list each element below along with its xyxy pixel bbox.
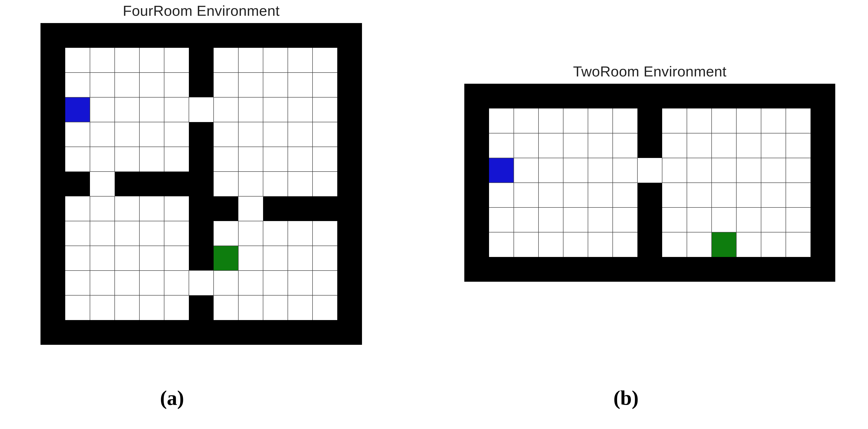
fourroom-empty-cell xyxy=(90,221,115,246)
fourroom-empty-cell xyxy=(140,196,164,221)
fourroom-empty-cell xyxy=(65,270,90,295)
tworoom-wall-cell xyxy=(662,257,687,282)
fourroom-empty-cell xyxy=(115,147,140,172)
fourroom-wall-cell xyxy=(40,48,65,73)
tworoom-empty-cell xyxy=(613,183,638,207)
fourroom-empty-cell xyxy=(115,48,140,73)
fourroom-wall-cell xyxy=(337,172,362,196)
fourroom-wall-cell xyxy=(288,23,313,48)
fourroom-wall-cell xyxy=(189,295,214,320)
fourroom-empty-cell xyxy=(214,172,238,196)
fourroom-goal-cell xyxy=(214,246,238,270)
fourroom-wall-cell xyxy=(40,147,65,172)
tworoom-empty-cell xyxy=(563,158,588,183)
fourroom-empty-cell xyxy=(238,73,263,97)
fourroom-wall-cell xyxy=(337,97,362,122)
tworoom-empty-cell xyxy=(761,183,786,207)
fourroom-wall-cell xyxy=(40,270,65,295)
tworoom-wall-cell xyxy=(638,84,662,109)
tworoom-wall-cell xyxy=(514,84,538,109)
tworoom-empty-cell xyxy=(662,207,687,232)
fourroom-wall-cell xyxy=(337,73,362,97)
fourroom-empty-cell xyxy=(214,295,238,320)
tworoom-title: TwoRoom Environment xyxy=(573,63,726,80)
tworoom-empty-cell xyxy=(662,183,687,207)
fourroom-empty-cell xyxy=(65,221,90,246)
fourroom-empty-cell xyxy=(288,246,313,270)
tworoom-empty-cell xyxy=(736,158,761,183)
tworoom-empty-cell xyxy=(761,158,786,183)
tworoom-empty-cell xyxy=(736,232,761,257)
fourroom-empty-cell xyxy=(90,246,115,270)
fourroom-empty-cell xyxy=(214,122,238,147)
fourroom-title: FourRoom Environment xyxy=(123,2,280,19)
fourroom-empty-cell xyxy=(140,97,164,122)
fourroom-wall-cell xyxy=(214,196,238,221)
tworoom-empty-cell xyxy=(563,183,588,207)
tworoom-wall-cell xyxy=(810,84,835,109)
fourroom-empty-cell xyxy=(90,172,115,196)
fourroom-empty-cell xyxy=(313,147,337,172)
tworoom-empty-cell xyxy=(514,158,538,183)
fourroom-wall-cell xyxy=(337,122,362,147)
fourroom-empty-cell xyxy=(140,270,164,295)
fourroom-empty-cell xyxy=(263,221,288,246)
tworoom-empty-cell xyxy=(736,109,761,133)
fourroom-empty-cell xyxy=(65,147,90,172)
fourroom-empty-cell xyxy=(313,73,337,97)
tworoom-wall-cell xyxy=(810,133,835,158)
tworoom-wall-cell xyxy=(514,257,538,282)
tworoom-wall-cell xyxy=(736,84,761,109)
tworoom-empty-cell xyxy=(638,158,662,183)
tworoom-empty-cell xyxy=(514,109,538,133)
tworoom-empty-cell xyxy=(786,133,810,158)
tworoom-wall-cell xyxy=(810,232,835,257)
tworoom-empty-cell xyxy=(736,133,761,158)
tworoom-wall-cell xyxy=(736,257,761,282)
tworoom-empty-cell xyxy=(687,133,712,158)
tworoom-empty-cell xyxy=(489,207,514,232)
tworoom-wall-cell xyxy=(662,84,687,109)
fourroom-wall-cell xyxy=(189,147,214,172)
tworoom-wall-cell xyxy=(613,84,638,109)
fourroom-wall-cell xyxy=(337,23,362,48)
fourroom-empty-cell xyxy=(313,97,337,122)
fourroom-empty-cell xyxy=(313,246,337,270)
fourroom-empty-cell xyxy=(140,295,164,320)
panel-tworoom: TwoRoom Environment xyxy=(461,63,839,282)
tworoom-empty-cell xyxy=(761,133,786,158)
fourroom-wall-cell xyxy=(238,320,263,345)
tworoom-empty-cell xyxy=(613,158,638,183)
tworoom-empty-cell xyxy=(588,207,613,232)
fourroom-wall-cell xyxy=(189,196,214,221)
tworoom-wall-cell xyxy=(638,207,662,232)
fourroom-wall-cell xyxy=(313,196,337,221)
fourroom-empty-cell xyxy=(288,147,313,172)
fourroom-wall-cell xyxy=(40,221,65,246)
fourroom-wall-cell xyxy=(189,48,214,73)
fourroom-wall-cell xyxy=(65,320,90,345)
fourroom-wall-cell xyxy=(189,320,214,345)
tworoom-empty-cell xyxy=(786,183,810,207)
tworoom-empty-cell xyxy=(538,207,563,232)
tworoom-empty-cell xyxy=(588,158,613,183)
fourroom-wall-cell xyxy=(214,23,238,48)
tworoom-empty-cell xyxy=(538,183,563,207)
tworoom-empty-cell xyxy=(588,183,613,207)
tworoom-empty-cell xyxy=(588,232,613,257)
fourroom-empty-cell xyxy=(115,73,140,97)
tworoom-wall-cell xyxy=(712,84,736,109)
tworoom-wall-cell xyxy=(687,257,712,282)
fourroom-wall-cell xyxy=(263,23,288,48)
fourroom-wall-cell xyxy=(40,97,65,122)
fourroom-wall-cell xyxy=(337,246,362,270)
fourroom-wall-cell xyxy=(313,23,337,48)
fourroom-empty-cell xyxy=(164,196,189,221)
tworoom-wall-cell xyxy=(563,257,588,282)
tworoom-empty-cell xyxy=(588,133,613,158)
fourroom-empty-cell xyxy=(115,270,140,295)
fourroom-empty-cell xyxy=(164,48,189,73)
tworoom-empty-cell xyxy=(687,207,712,232)
tworoom-empty-cell xyxy=(489,109,514,133)
tworoom-empty-cell xyxy=(514,183,538,207)
